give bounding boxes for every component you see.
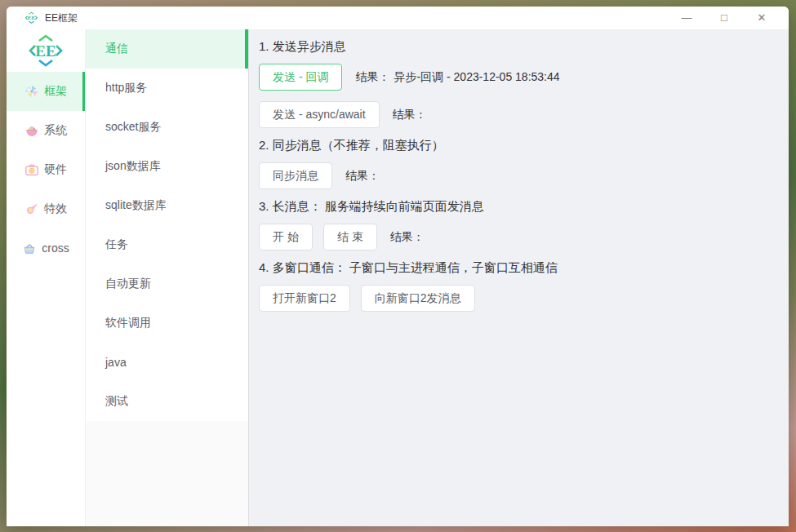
primary-sidebar-items: 框架 系统 硬件 特效 cross: [7, 72, 85, 268]
result-label: 结果：: [390, 230, 425, 245]
sidebar-item-硬件[interactable]: 硬件: [7, 150, 85, 189]
menu-item-http服务[interactable]: http服务: [86, 69, 248, 108]
sidebar-item-特效[interactable]: 特效: [7, 189, 85, 228]
secondary-item-label: http服务: [105, 81, 147, 95]
section-title: 3. 长消息： 服务端持续向前端页面发消息: [259, 199, 774, 215]
primary-sidebar: EE 框架 系统 硬件 特效 cross: [7, 29, 86, 526]
window-body: EE 框架 系统 硬件 特效 cross 通信 http服务 socket服务 …: [7, 29, 789, 526]
primary-item-label: 系统: [44, 123, 67, 138]
menu-item-sqlite数据库[interactable]: sqlite数据库: [86, 186, 248, 225]
window-title: EE框架: [45, 11, 78, 25]
secondary-item-label: 任务: [105, 237, 128, 252]
app-window: EE EE框架 — □ ✕: [7, 7, 789, 526]
result-value: 异步-回调 - 2023-12-05 18:53:44: [394, 70, 559, 85]
secondary-item-label: json数据库: [105, 159, 161, 174]
secondary-item-label: 软件调用: [105, 316, 151, 330]
main-content: 1. 发送异步消息 发送 - 回调结果：异步-回调 - 2023-12-05 1…: [249, 29, 789, 526]
sidebar-item-cross[interactable]: cross: [7, 228, 85, 268]
action-row: 开 始结 束结果：: [259, 224, 774, 250]
menu-item-软件调用[interactable]: 软件调用: [86, 304, 248, 343]
secondary-item-label: 自动更新: [105, 277, 151, 291]
menu-item-json数据库[interactable]: json数据库: [86, 147, 248, 186]
action-row: 同步消息结果：: [259, 162, 774, 189]
shopping-basket-icon: [22, 241, 37, 255]
menu-item-自动更新[interactable]: 自动更新: [86, 264, 248, 304]
secondary-item-label: 测试: [105, 394, 128, 409]
close-button[interactable]: ✕: [743, 7, 780, 29]
action-button[interactable]: 向新窗口2发消息: [361, 285, 475, 312]
camera-icon: [24, 162, 39, 177]
content-section: 4. 多窗口通信： 子窗口与主进程通信，子窗口互相通信 打开新窗口2向新窗口2发…: [259, 260, 774, 312]
section-title: 2. 同步消息（不推荐，阻塞执行）: [259, 138, 774, 153]
secondary-item-label: 通信: [105, 42, 128, 56]
maximize-button[interactable]: □: [705, 7, 743, 29]
content-section: 3. 长消息： 服务端持续向前端页面发消息 开 始结 束结果：: [259, 199, 774, 250]
sidebar-item-系统[interactable]: 系统: [7, 111, 85, 150]
window-controls: — □ ✕: [668, 7, 780, 29]
result-label: 结果：: [345, 169, 380, 184]
pinwheel-icon: [24, 84, 39, 99]
section-title: 1. 发送异步消息: [259, 39, 774, 55]
action-row: 发送 - async/await结果：: [259, 101, 774, 128]
secondary-item-label: java: [105, 356, 127, 369]
action-button[interactable]: 开 始: [259, 224, 313, 250]
menu-item-通信[interactable]: 通信: [86, 29, 248, 69]
primary-item-label: cross: [42, 242, 69, 255]
app-logo-icon: EE: [24, 11, 38, 24]
primary-item-label: 框架: [44, 84, 67, 99]
menu-item-测试[interactable]: 测试: [86, 382, 248, 421]
action-button[interactable]: 发送 - async/await: [259, 101, 380, 128]
app-logo: EE: [7, 29, 85, 72]
action-button[interactable]: 结 束: [323, 224, 377, 250]
content-section: 1. 发送异步消息 发送 - 回调结果：异步-回调 - 2023-12-05 1…: [259, 39, 774, 128]
menu-item-java[interactable]: java: [86, 343, 248, 382]
result-label: 结果：: [393, 108, 427, 122]
secondary-sidebar-menu: 通信 http服务 socket服务 json数据库 sqlite数据库 任务 …: [86, 29, 248, 421]
menu-item-任务[interactable]: 任务: [86, 225, 248, 264]
minimize-button[interactable]: —: [668, 7, 705, 29]
sidebar-item-框架[interactable]: 框架: [7, 72, 85, 111]
comet-icon: [24, 202, 39, 216]
fruit-basket-icon: [24, 123, 39, 138]
content-section: 2. 同步消息（不推荐，阻塞执行） 同步消息结果：: [259, 138, 774, 189]
primary-item-label: 硬件: [44, 162, 67, 177]
action-button[interactable]: 打开新窗口2: [259, 285, 350, 312]
svg-text:EE: EE: [28, 15, 36, 21]
action-button[interactable]: 发送 - 回调: [259, 64, 342, 91]
secondary-item-label: sqlite数据库: [105, 198, 167, 213]
action-button[interactable]: 同步消息: [259, 162, 332, 189]
svg-text:EE: EE: [35, 42, 56, 60]
action-row: 打开新窗口2向新窗口2发消息: [259, 285, 774, 312]
section-title: 4. 多窗口通信： 子窗口与主进程通信，子窗口互相通信: [259, 260, 774, 276]
result-label: 结果：: [355, 70, 389, 85]
menu-item-socket服务[interactable]: socket服务: [86, 108, 248, 147]
secondary-item-label: socket服务: [105, 120, 161, 135]
titlebar: EE EE框架 — □ ✕: [7, 7, 789, 29]
secondary-sidebar: 通信 http服务 socket服务 json数据库 sqlite数据库 任务 …: [86, 29, 249, 526]
primary-item-label: 特效: [44, 202, 67, 216]
action-row: 发送 - 回调结果：异步-回调 - 2023-12-05 18:53:44: [259, 64, 774, 91]
